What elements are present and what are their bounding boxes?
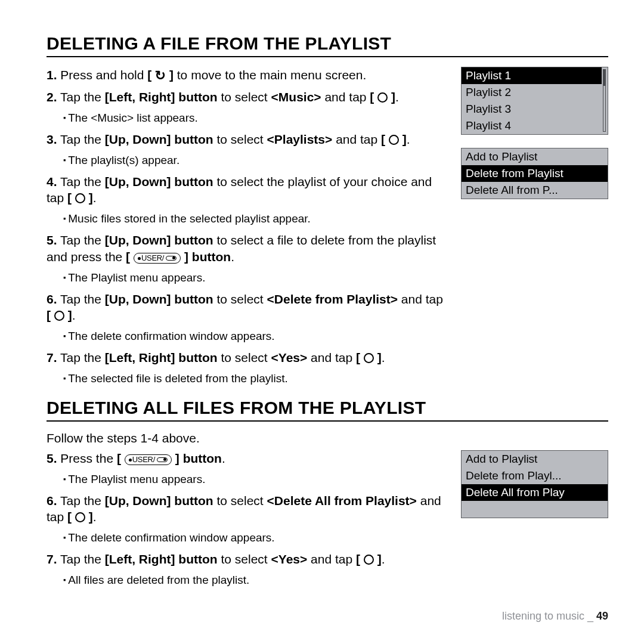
circle-icon bbox=[364, 555, 374, 565]
step-text: Tap the bbox=[60, 494, 105, 507]
bracket: ] bbox=[374, 351, 382, 364]
step-1: 1. Press and hold [ ] to move to the mai… bbox=[47, 67, 448, 84]
step-text: Tap the bbox=[60, 132, 105, 146]
step-text: button bbox=[188, 250, 231, 264]
step-text: Press and hold bbox=[60, 68, 147, 82]
step-text: [ bbox=[105, 90, 109, 104]
step-text: Left, Right] button bbox=[109, 90, 218, 104]
list-item: Playlist 1 bbox=[462, 67, 602, 84]
step-text: [Up, Down] button bbox=[105, 494, 213, 507]
step-6-sub: The delete confirmation window appears. bbox=[63, 329, 448, 343]
section-1-title: DELETING A FILE FROM THE PLAYLIST bbox=[47, 33, 608, 57]
step-7-sub: The selected file is deleted from the pl… bbox=[63, 371, 448, 386]
step-text: Tap the bbox=[60, 552, 105, 566]
page-footer: listening to music _ 49 bbox=[502, 610, 608, 623]
section-2-steps: 5. Press the [ USER/ ] button. The Playl… bbox=[47, 450, 448, 593]
bracket: ] bbox=[64, 308, 72, 322]
step-text: Tap the bbox=[60, 233, 105, 247]
bracket: ] bbox=[85, 191, 93, 205]
bracket: ] bbox=[399, 132, 407, 146]
step-text: and tap bbox=[307, 552, 356, 566]
step-4: 4. Tap the [Up, Down] button to select t… bbox=[47, 174, 448, 206]
bracket: [ bbox=[147, 68, 155, 82]
step-text: to select bbox=[218, 552, 271, 566]
step-text: to select bbox=[213, 292, 267, 306]
section-2-row: 5. Press the [ USER/ ] button. The Playl… bbox=[47, 450, 608, 593]
step-text: and tap bbox=[307, 351, 356, 364]
bracket: ] bbox=[181, 250, 188, 264]
bracket: ] bbox=[85, 510, 93, 524]
step-text: Tap the bbox=[60, 292, 105, 306]
user-button-icon: USER/ bbox=[134, 253, 181, 264]
step-text: [Left, Right] button bbox=[105, 351, 218, 364]
step-text: to select bbox=[213, 494, 267, 507]
step-num: 4. bbox=[47, 175, 57, 188]
circle-icon bbox=[364, 353, 374, 363]
list-item: Playlist 2 bbox=[462, 84, 602, 101]
step-2: 2. Tap the [Left, Right] button to selec… bbox=[47, 89, 448, 106]
step-text: <Yes> bbox=[271, 351, 308, 364]
step-text: and tap bbox=[321, 90, 370, 104]
step-text: Tap the bbox=[60, 351, 105, 364]
step-num: 7. bbox=[47, 351, 57, 364]
list-item: Add to Playlist bbox=[462, 451, 608, 467]
step2-7: 7. Tap the [Left, Right] button to selec… bbox=[47, 551, 448, 568]
bracket: ] bbox=[166, 68, 174, 82]
bracket: [ bbox=[47, 308, 54, 322]
bracket: [ bbox=[370, 90, 377, 104]
bracket: [ bbox=[67, 510, 75, 524]
step-3-sub: The playlist(s) appear. bbox=[63, 153, 448, 168]
follow-text: Follow the steps 1-4 above. bbox=[47, 431, 608, 445]
list-item: Delete All from P... bbox=[462, 182, 608, 199]
bracket: [ bbox=[356, 552, 364, 566]
step-num: 6. bbox=[47, 292, 57, 306]
list-item: Add to Playlist bbox=[462, 148, 608, 165]
section-1-row: 1. Press and hold [ ] to move to the mai… bbox=[47, 67, 608, 392]
footer-text: listening to music _ bbox=[502, 610, 596, 622]
step-7: 7. Tap the [Left, Right] button to selec… bbox=[47, 349, 448, 366]
step-text: [Left, Right] button bbox=[105, 552, 218, 566]
list-item: Delete All from Play bbox=[462, 484, 608, 501]
step-text: to select bbox=[218, 351, 271, 364]
device-screenshots-1: Playlist 1 Playlist 2 Playlist 3 Playlis… bbox=[461, 67, 608, 392]
step-text: and tap bbox=[332, 132, 381, 146]
step-text: <Playlists> bbox=[267, 132, 333, 146]
step2-5-sub: The Playlist menu appears. bbox=[63, 472, 448, 487]
step2-7-sub: All files are deleted from the playlist. bbox=[63, 572, 448, 587]
step-text: to move to the main menu screen. bbox=[174, 68, 366, 82]
section-1-steps: 1. Press and hold [ ] to move to the mai… bbox=[47, 67, 448, 392]
back-icon bbox=[155, 67, 166, 84]
step-num: 7. bbox=[47, 552, 57, 566]
bracket: ] bbox=[374, 552, 382, 566]
bracket: ] bbox=[172, 451, 179, 465]
step-text: <Music> bbox=[271, 90, 321, 104]
bracket: [ bbox=[356, 351, 364, 364]
circle-icon bbox=[75, 193, 85, 203]
step-num: 1. bbox=[47, 68, 57, 82]
page-number: 49 bbox=[596, 610, 608, 622]
list-item: Playlist 4 bbox=[462, 117, 602, 134]
step2-6: 6. Tap the [Up, Down] button to select <… bbox=[47, 493, 448, 525]
step-text: to select bbox=[213, 132, 267, 146]
device-screenshots-2: Add to Playlist Delete from Playl... Del… bbox=[461, 450, 608, 593]
step-3: 3. Tap the [Up, Down] button to select <… bbox=[47, 131, 448, 148]
step-text: and tap bbox=[398, 292, 443, 306]
step2-6-sub: The delete confirmation window appears. bbox=[63, 530, 448, 545]
step-text: button bbox=[179, 451, 222, 465]
step-text: Tap the bbox=[60, 90, 105, 104]
step-5: 5. Tap the [Up, Down] button to select a… bbox=[47, 232, 448, 265]
bracket: [ bbox=[117, 451, 125, 465]
step-text: [Up, Down] button bbox=[105, 292, 213, 306]
step-text: <Delete from Playlist> bbox=[267, 292, 398, 306]
step-text: Tap the bbox=[60, 175, 105, 188]
step-text: <Yes> bbox=[271, 552, 308, 566]
step-4-sub: Music files stored in the selected playl… bbox=[63, 211, 448, 226]
list-item: Playlist 3 bbox=[462, 101, 602, 117]
circle-icon bbox=[54, 311, 64, 321]
step-text: Press the bbox=[60, 451, 117, 465]
scrollbar-thumb bbox=[603, 69, 606, 86]
step-text: [Up, Down] button bbox=[105, 175, 213, 188]
section-2-title: DELETING ALL FILES FROM THE PLAYLIST bbox=[47, 398, 608, 422]
step-6: 6. Tap the [Up, Down] button to select <… bbox=[47, 291, 448, 324]
step-text: [Up, Down] button bbox=[105, 132, 213, 146]
